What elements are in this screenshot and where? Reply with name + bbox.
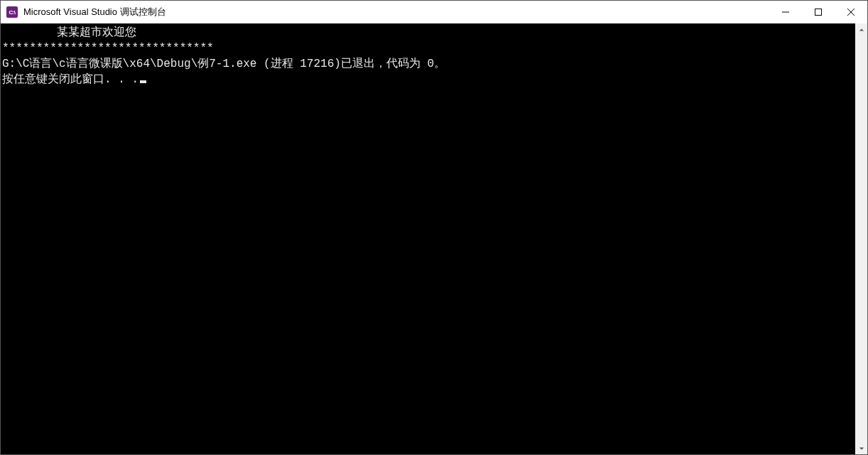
maximize-icon <box>815 9 822 16</box>
console-line: 某某超市欢迎您 <box>2 25 855 41</box>
scroll-down-button[interactable] <box>855 442 867 454</box>
console-text: 按任意键关闭此窗口. . . <box>2 73 139 86</box>
window-controls <box>769 1 867 23</box>
content-area: 某某超市欢迎您*******************************G:… <box>1 23 867 454</box>
minimize-icon <box>782 9 789 16</box>
cursor <box>140 80 146 83</box>
minimize-button[interactable] <box>769 1 802 23</box>
vertical-scrollbar[interactable] <box>855 23 867 454</box>
console-line: 按任意键关闭此窗口. . . <box>2 72 855 87</box>
chevron-down-icon <box>859 446 864 451</box>
svg-rect-1 <box>815 9 822 16</box>
scroll-up-button[interactable] <box>855 23 867 36</box>
close-button[interactable] <box>835 1 867 23</box>
console-output[interactable]: 某某超市欢迎您*******************************G:… <box>1 23 855 454</box>
scroll-track[interactable] <box>855 36 867 442</box>
chevron-up-icon <box>859 27 864 33</box>
close-icon <box>847 9 855 16</box>
console-line: G:\C语言\c语言微课版\x64\Debug\例7-1.exe (进程 172… <box>2 56 855 72</box>
console-window: C:\ Microsoft Visual Studio 调试控制台 某某超市欢迎… <box>0 0 868 455</box>
titlebar[interactable]: C:\ Microsoft Visual Studio 调试控制台 <box>1 1 867 23</box>
window-title: Microsoft Visual Studio 调试控制台 <box>23 6 769 18</box>
console-line: ******************************* <box>2 41 855 56</box>
app-icon: C:\ <box>6 6 18 18</box>
maximize-button[interactable] <box>802 1 835 23</box>
